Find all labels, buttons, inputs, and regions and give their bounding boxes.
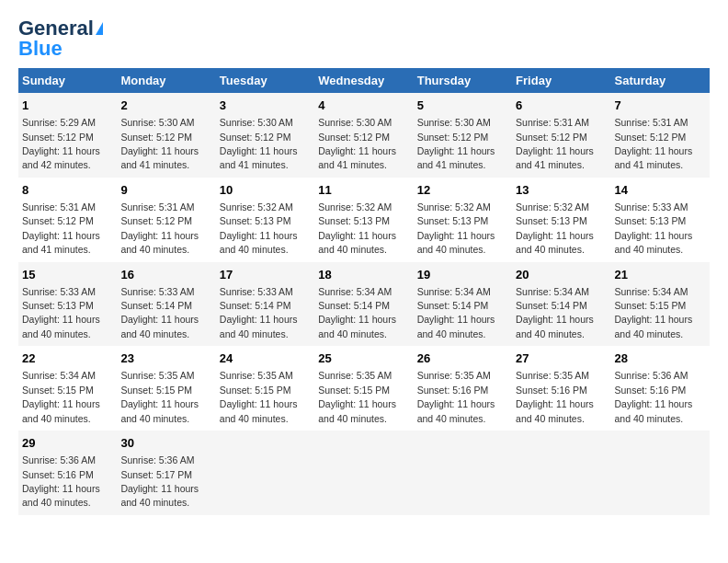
day-info: Sunrise: 5:31 AMSunset: 5:12 PMDaylight:… [22,201,100,255]
day-number: 17 [220,267,311,283]
calendar-cell [314,431,413,515]
day-info: Sunrise: 5:30 AMSunset: 5:12 PMDaylight:… [120,117,199,170]
calendar-cell: 7Sunrise: 5:31 AMSunset: 5:12 PMDaylight… [611,93,710,178]
day-number: 18 [318,267,409,283]
calendar-cell: 3Sunrise: 5:30 AMSunset: 5:12 PMDaylight… [216,93,314,178]
calendar-cell: 13Sunrise: 5:32 AMSunset: 5:13 PMDayligh… [512,178,610,262]
day-number: 28 [615,350,706,367]
calendar-cell: 30Sunrise: 5:36 AMSunset: 5:17 PMDayligh… [117,431,215,515]
calendar-cell: 17Sunrise: 5:33 AMSunset: 5:14 PMDayligh… [216,262,314,347]
day-info: Sunrise: 5:33 AMSunset: 5:13 PMDaylight:… [22,286,100,339]
calendar-table: SundayMondayTuesdayWednesdayThursdayFrid… [18,68,710,515]
calendar-week-row: 1Sunrise: 5:29 AMSunset: 5:12 PMDaylight… [18,93,710,178]
calendar-cell: 10Sunrise: 5:32 AMSunset: 5:13 PMDayligh… [216,178,314,262]
calendar-week-row: 22Sunrise: 5:34 AMSunset: 5:15 PMDayligh… [18,346,710,431]
calendar-cell: 6Sunrise: 5:31 AMSunset: 5:12 PMDaylight… [512,93,610,178]
day-number: 24 [220,350,311,367]
day-number: 8 [22,182,113,199]
day-info: Sunrise: 5:36 AMSunset: 5:17 PMDaylight:… [120,454,199,508]
day-number: 11 [318,182,409,199]
calendar-cell: 8Sunrise: 5:31 AMSunset: 5:12 PMDaylight… [18,178,117,262]
day-number: 10 [220,182,311,199]
day-info: Sunrise: 5:32 AMSunset: 5:13 PMDaylight:… [417,201,495,255]
day-number: 19 [417,267,508,283]
calendar-cell: 20Sunrise: 5:34 AMSunset: 5:14 PMDayligh… [512,262,610,347]
calendar-cell: 1Sunrise: 5:29 AMSunset: 5:12 PMDaylight… [18,93,117,178]
day-info: Sunrise: 5:34 AMSunset: 5:15 PMDaylight:… [22,370,100,423]
day-info: Sunrise: 5:34 AMSunset: 5:15 PMDaylight:… [615,286,693,339]
day-info: Sunrise: 5:31 AMSunset: 5:12 PMDaylight:… [615,117,693,170]
day-info: Sunrise: 5:29 AMSunset: 5:12 PMDaylight:… [22,117,100,170]
calendar-cell: 11Sunrise: 5:32 AMSunset: 5:13 PMDayligh… [314,178,413,262]
column-header-friday: Friday [512,68,610,93]
day-number: 9 [120,182,211,199]
day-info: Sunrise: 5:30 AMSunset: 5:12 PMDaylight:… [220,117,298,170]
calendar-cell: 16Sunrise: 5:33 AMSunset: 5:14 PMDayligh… [117,262,215,347]
day-number: 26 [417,350,508,367]
day-info: Sunrise: 5:30 AMSunset: 5:12 PMDaylight:… [417,117,495,170]
day-number: 16 [120,267,211,283]
day-info: Sunrise: 5:30 AMSunset: 5:12 PMDaylight:… [318,117,396,170]
calendar-cell: 23Sunrise: 5:35 AMSunset: 5:15 PMDayligh… [117,346,215,431]
day-info: Sunrise: 5:33 AMSunset: 5:14 PMDaylight:… [220,286,298,339]
calendar-cell: 5Sunrise: 5:30 AMSunset: 5:12 PMDaylight… [414,93,512,178]
column-header-wednesday: Wednesday [314,68,413,93]
calendar-cell: 27Sunrise: 5:35 AMSunset: 5:16 PMDayligh… [512,346,610,431]
day-number: 15 [22,267,113,283]
calendar-week-row: 8Sunrise: 5:31 AMSunset: 5:12 PMDaylight… [18,178,710,262]
calendar-cell: 9Sunrise: 5:31 AMSunset: 5:12 PMDaylight… [117,178,215,262]
column-header-saturday: Saturday [611,68,710,93]
day-number: 23 [120,350,211,367]
day-number: 1 [22,98,113,114]
day-info: Sunrise: 5:34 AMSunset: 5:14 PMDaylight:… [318,286,396,339]
calendar-cell: 29Sunrise: 5:36 AMSunset: 5:16 PMDayligh… [18,431,117,515]
day-info: Sunrise: 5:35 AMSunset: 5:16 PMDaylight:… [516,370,594,423]
day-info: Sunrise: 5:33 AMSunset: 5:14 PMDaylight:… [120,286,199,339]
day-info: Sunrise: 5:36 AMSunset: 5:16 PMDaylight:… [22,454,100,508]
column-header-monday: Monday [117,68,215,93]
column-header-thursday: Thursday [414,68,512,93]
day-number: 14 [615,182,706,199]
calendar-cell [611,431,710,515]
day-number: 20 [516,267,607,283]
day-number: 4 [318,98,409,114]
calendar-cell: 12Sunrise: 5:32 AMSunset: 5:13 PMDayligh… [414,178,512,262]
logo-icon [96,22,103,35]
calendar-cell: 15Sunrise: 5:33 AMSunset: 5:13 PMDayligh… [18,262,117,347]
day-number: 29 [22,435,113,452]
calendar-week-row: 15Sunrise: 5:33 AMSunset: 5:13 PMDayligh… [18,262,710,347]
calendar-cell [512,431,610,515]
day-number: 27 [516,350,607,367]
calendar-cell: 14Sunrise: 5:33 AMSunset: 5:13 PMDayligh… [611,178,710,262]
calendar-cell: 19Sunrise: 5:34 AMSunset: 5:14 PMDayligh… [414,262,512,347]
day-info: Sunrise: 5:31 AMSunset: 5:12 PMDaylight:… [516,117,594,170]
logo: General Blue [18,18,103,59]
calendar-header-row: SundayMondayTuesdayWednesdayThursdayFrid… [18,68,710,93]
day-number: 7 [615,98,706,114]
day-number: 12 [417,182,508,199]
day-info: Sunrise: 5:34 AMSunset: 5:14 PMDaylight:… [516,286,594,339]
day-info: Sunrise: 5:35 AMSunset: 5:15 PMDaylight:… [220,370,298,423]
day-number: 13 [516,182,607,199]
day-info: Sunrise: 5:32 AMSunset: 5:13 PMDaylight:… [318,201,396,255]
calendar-cell: 4Sunrise: 5:30 AMSunset: 5:12 PMDaylight… [314,93,413,178]
calendar-cell: 26Sunrise: 5:35 AMSunset: 5:16 PMDayligh… [414,346,512,431]
day-number: 6 [516,98,607,114]
day-number: 3 [220,98,311,114]
day-number: 5 [417,98,508,114]
day-number: 25 [318,350,409,367]
day-info: Sunrise: 5:34 AMSunset: 5:14 PMDaylight:… [417,286,495,339]
calendar-cell: 21Sunrise: 5:34 AMSunset: 5:15 PMDayligh… [611,262,710,347]
logo-text-blue: Blue [18,39,63,59]
day-info: Sunrise: 5:36 AMSunset: 5:16 PMDaylight:… [615,370,693,423]
calendar-cell: 24Sunrise: 5:35 AMSunset: 5:15 PMDayligh… [216,346,314,431]
day-info: Sunrise: 5:35 AMSunset: 5:16 PMDaylight:… [417,370,495,423]
day-info: Sunrise: 5:31 AMSunset: 5:12 PMDaylight:… [120,201,199,255]
logo-text-general: General [18,18,94,39]
calendar-cell: 25Sunrise: 5:35 AMSunset: 5:15 PMDayligh… [314,346,413,431]
calendar-cell [414,431,512,515]
calendar-cell [216,431,314,515]
day-info: Sunrise: 5:32 AMSunset: 5:13 PMDaylight:… [220,201,298,255]
calendar-cell: 2Sunrise: 5:30 AMSunset: 5:12 PMDaylight… [117,93,215,178]
page-header: General Blue [18,18,710,59]
